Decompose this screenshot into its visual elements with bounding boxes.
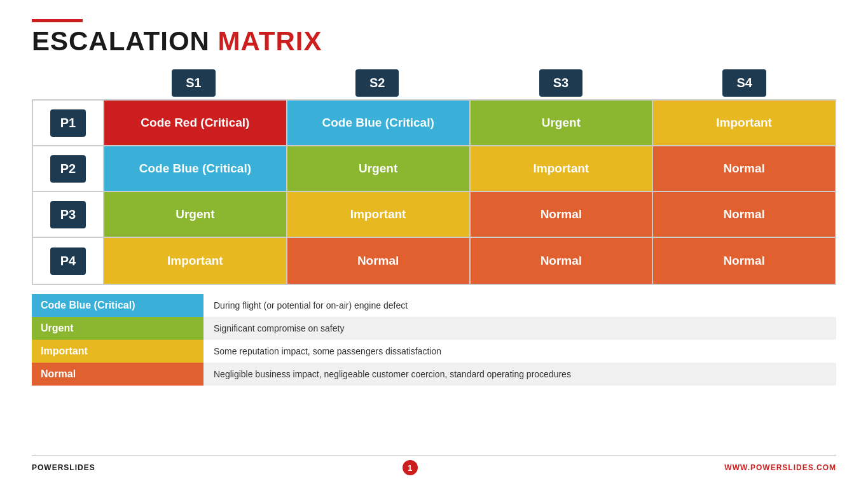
col-headers-row: S1 S2 S3 S4 <box>32 69 836 97</box>
legend-row-4: NormalNegligible business impact, neglig… <box>32 363 836 386</box>
matrix-cell-r3-c1: Urgent <box>103 192 286 237</box>
legend-desc-1: During flight (or potential for on-air) … <box>203 294 836 317</box>
col-header-s3: S3 <box>469 69 653 97</box>
matrix-row-p2: P2Code Blue (Critical)UrgentImportantNor… <box>33 146 835 192</box>
legend-row-2: UrgentSignificant compromise on safety <box>32 317 836 340</box>
row-header-p4: P4 <box>33 238 103 284</box>
legend-desc-3: Some reputation impact, some passengers … <box>203 340 836 363</box>
col-header-s4: S4 <box>652 69 836 97</box>
col-header-s4-badge: S4 <box>722 69 766 97</box>
matrix-cell-r2-c1: Code Blue (Critical) <box>103 146 286 191</box>
footer: POWERSLIDES 1 WWW.POWERSLIDES.COM <box>32 456 836 475</box>
legend-label-3: Important <box>32 340 203 363</box>
matrix-cell-r1-c3: Urgent <box>469 101 652 145</box>
legend: Code Blue (Critical)During flight (or po… <box>32 294 836 386</box>
matrix-cell-r4-c2: Normal <box>286 238 469 284</box>
row-header-badge-p1: P1 <box>50 109 86 137</box>
legend-desc-4: Negligible business impact, negligeable … <box>203 363 836 386</box>
row-header-p2: P2 <box>33 146 103 191</box>
col-header-s3-badge: S3 <box>539 69 582 97</box>
page-number: 1 <box>403 460 418 475</box>
title-red: MATRIX <box>218 26 322 56</box>
legend-label-4: Normal <box>32 363 203 386</box>
matrix-rows: P1Code Red (Critical)Code Blue (Critical… <box>32 99 836 285</box>
matrix-row-p3: P3UrgentImportantNormalNormal <box>33 192 835 238</box>
matrix-cell-r4-c3: Normal <box>469 238 652 284</box>
footer-right: WWW.POWERSLIDES.COM <box>724 463 836 472</box>
matrix-cell-r2-c2: Urgent <box>286 146 469 191</box>
matrix-cell-r2-c4: Normal <box>652 146 835 191</box>
col-header-s2-badge: S2 <box>355 69 399 97</box>
legend-desc-2: Significant compromise on safety <box>203 317 836 340</box>
legend-label-1: Code Blue (Critical) <box>32 294 203 317</box>
matrix-cell-r4-c4: Normal <box>652 238 835 284</box>
col-header-s1: S1 <box>102 69 286 97</box>
matrix-cell-r1-c2: Code Blue (Critical) <box>286 101 469 145</box>
matrix-cell-r3-c3: Normal <box>469 192 652 237</box>
row-header-badge-p2: P2 <box>50 155 86 183</box>
matrix-cell-r3-c4: Normal <box>652 192 835 237</box>
legend-row-3: ImportantSome reputation impact, some pa… <box>32 340 836 363</box>
matrix-cell-r1-c1: Code Red (Critical) <box>103 101 286 145</box>
col-header-s2: S2 <box>286 69 469 97</box>
header-accent-line <box>32 19 83 22</box>
matrix-cell-r4-c1: Important <box>103 238 286 284</box>
row-header-p1: P1 <box>33 101 103 145</box>
col-header-empty <box>32 69 102 97</box>
matrix-row-p4: P4ImportantNormalNormalNormal <box>33 238 835 284</box>
row-header-badge-p3: P3 <box>50 201 86 228</box>
row-header-badge-p4: P4 <box>50 247 86 275</box>
matrix-cell-r3-c2: Important <box>286 192 469 237</box>
footer-center: 1 <box>403 460 418 475</box>
legend-row-1: Code Blue (Critical)During flight (or po… <box>32 294 836 317</box>
row-header-p3: P3 <box>33 192 103 237</box>
page-title: ESCALATION MATRIX <box>32 26 836 57</box>
matrix-row-p1: P1Code Red (Critical)Code Blue (Critical… <box>33 101 835 146</box>
col-header-s1-badge: S1 <box>172 69 215 97</box>
matrix-cell-r2-c3: Important <box>469 146 652 191</box>
legend-label-2: Urgent <box>32 317 203 340</box>
footer-left: POWERSLIDES <box>32 463 95 472</box>
title-black: ESCALATION <box>32 26 218 56</box>
matrix-container: S1 S2 S3 S4 P1Code Red (Critical)Code Bl… <box>32 69 836 449</box>
page: ESCALATION MATRIX S1 S2 S3 S4 P1Code Red… <box>0 0 868 488</box>
matrix-cell-r1-c4: Important <box>652 101 835 145</box>
